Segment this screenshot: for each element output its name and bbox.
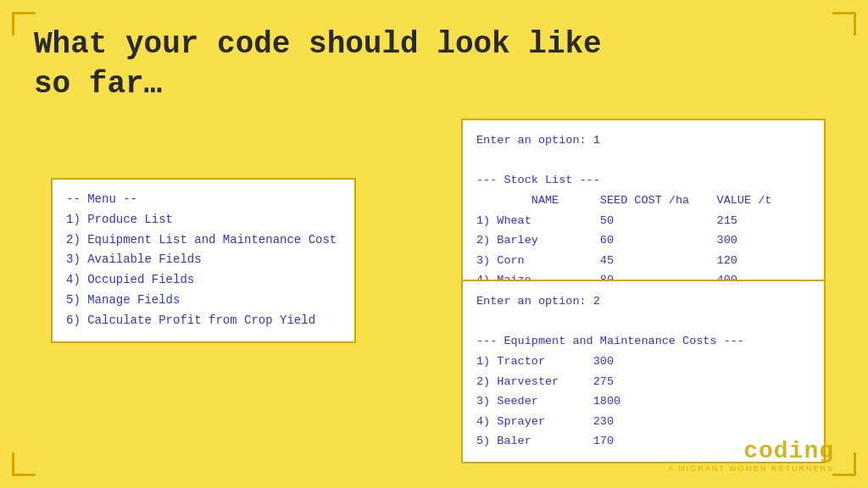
page-container: What your code should look like so far… … bbox=[0, 0, 868, 488]
title-line1: What your code should look like bbox=[34, 27, 602, 62]
branding-coding: coding bbox=[668, 438, 834, 464]
main-title: What your code should look like so far… bbox=[34, 25, 834, 105]
corner-decoration-tl bbox=[12, 12, 36, 36]
menu-panel: -- Menu -- 1) Produce List 2) Equipment … bbox=[51, 178, 356, 343]
corner-decoration-br bbox=[832, 452, 856, 476]
title-line2: so far… bbox=[34, 67, 162, 102]
branding: coding A MIGRANT WOMEN RETURNERS bbox=[668, 438, 834, 473]
menu-text: -- Menu -- 1) Produce List 2) Equipment … bbox=[66, 190, 341, 331]
equipment-text: Enter an option: 2 --- Equipment and Mai… bbox=[476, 291, 810, 452]
corner-decoration-bl bbox=[12, 452, 36, 476]
corner-decoration-tr bbox=[832, 12, 856, 36]
equipment-panel: Enter an option: 2 --- Equipment and Mai… bbox=[461, 280, 826, 463]
branding-sub: A MIGRANT WOMEN RETURNERS bbox=[668, 464, 834, 473]
